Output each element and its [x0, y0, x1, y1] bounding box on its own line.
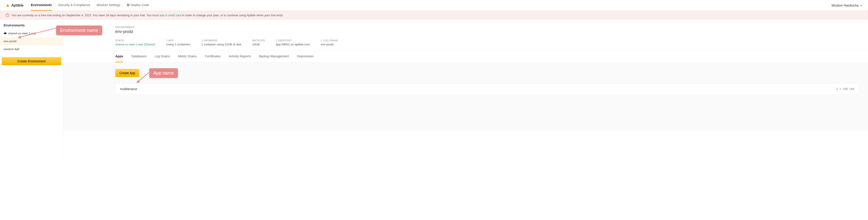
- trial-banner: You are currently on a free trial ending…: [0, 11, 868, 20]
- nav-tab-wisdom-settings[interactable]: Wisdom Settings: [96, 0, 120, 11]
- meta-backups: BACKUPS 20GB: [252, 39, 265, 46]
- subtab-activity[interactable]: Activity Reports: [229, 51, 251, 62]
- meta-endpoint: 1 ENDPOINT app-59001.on-aptible.com: [276, 39, 310, 46]
- meta-database: 1 DATABASE 1 container using 10GB of dis…: [202, 39, 241, 46]
- annotation-app-name: App name: [149, 68, 178, 78]
- environment-name: env-prodz: [115, 29, 859, 34]
- banner-text: You are currently on a free trial ending…: [11, 13, 284, 17]
- apps-content: Create App multitenanst 1 × 1GB cmd: [63, 63, 868, 130]
- app-spec: 1 × 1GB cmd: [836, 87, 854, 91]
- subtab-apps[interactable]: Apps: [115, 51, 123, 62]
- meta-logdrain: 1 LOG DRAIN env-prodz: [321, 39, 338, 46]
- cloud-icon: [4, 32, 7, 35]
- main-content: ENVIRONMENT env-prodz STACK shared-us-ea…: [63, 20, 868, 155]
- top-nav: Aptible Environments Security & Complian…: [0, 0, 868, 11]
- nav-tab-deploy-code[interactable]: Deploy Code: [127, 0, 149, 11]
- create-app-button[interactable]: Create App: [115, 69, 139, 77]
- brand-name: Aptible: [11, 3, 24, 7]
- app-name: multitenanst: [120, 87, 137, 91]
- logo[interactable]: Aptible: [5, 3, 24, 8]
- subtab-backup[interactable]: Backup Management: [259, 51, 289, 62]
- annotation-environment-name: Environment name: [56, 26, 102, 35]
- meta-apps: 1 APP Using 1 containers: [166, 39, 191, 46]
- meta-stack: STACK shared-us-east-1-wat (Shared): [115, 39, 155, 46]
- plus-circle-icon: [127, 3, 130, 6]
- subtab-metricdrains[interactable]: Metric Drains: [178, 51, 197, 62]
- environment-header: ENVIRONMENT env-prodz STACK shared-us-ea…: [63, 20, 868, 51]
- subtab-logdrains[interactable]: Log Drains: [155, 51, 170, 62]
- sidebar-item-stack[interactable]: shared-us-east-1-wat: [0, 29, 63, 37]
- user-name: Wisdom Nwokocha: [831, 4, 859, 7]
- environment-meta-row: STACK shared-us-east-1-wat (Shared) 1 AP…: [115, 39, 859, 46]
- app-row[interactable]: multitenanst 1 × 1GB cmd: [115, 83, 859, 95]
- add-credit-card-link[interactable]: add a credit card: [159, 13, 181, 17]
- nav-tab-security[interactable]: Security & Compliance: [58, 0, 90, 11]
- sidebar-item-env-prodz[interactable]: env-prodz: [0, 37, 63, 45]
- subtabs: Apps Databases Log Drains Metric Drains …: [115, 51, 859, 62]
- create-environment-button[interactable]: Create Environment: [2, 57, 61, 65]
- stack-link[interactable]: shared-us-east-1-wat (Shared): [115, 43, 155, 46]
- sidebar-item-wisdom[interactable]: wisdom-9a8: [0, 45, 63, 53]
- subtab-databases[interactable]: Databases: [131, 51, 147, 62]
- alert-icon: [6, 13, 9, 17]
- chevron-down-icon: [860, 4, 863, 7]
- environment-label: ENVIRONMENT: [115, 26, 859, 28]
- subtabs-wrap: Apps Databases Log Drains Metric Drains …: [63, 51, 868, 63]
- aptible-logo-icon: [5, 3, 10, 8]
- subtab-deprovision[interactable]: Deprovision: [297, 51, 314, 62]
- nav-tabs: Environments Security & Compliance Wisdo…: [31, 0, 149, 11]
- user-menu[interactable]: Wisdom Nwokocha: [831, 4, 863, 7]
- sidebar: Environments shared-us-east-1-wat env-pr…: [0, 20, 63, 155]
- nav-tab-environments[interactable]: Environments: [31, 0, 52, 11]
- subtab-certificates[interactable]: Certificates: [205, 51, 221, 62]
